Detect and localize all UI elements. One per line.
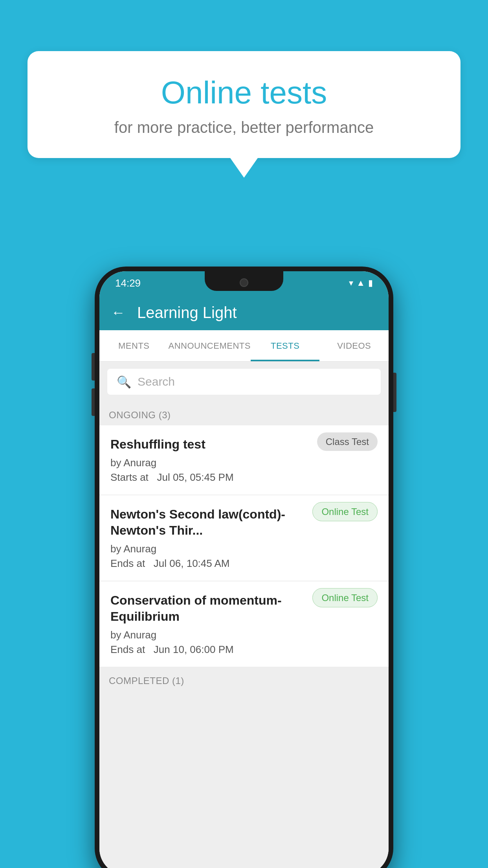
wifi-icon: ▾ [349,278,353,288]
speech-bubble: Online tests for more practice, better p… [28,51,460,158]
speech-bubble-title: Online tests [51,75,437,111]
test-card-1-title: Reshuffling test [110,436,309,453]
test-card-3-badge-container: Online Test [312,592,378,603]
test-card-2-title: Newton's Second law(contd)-Newton's Thir… [110,506,305,539]
status-icons: ▾ ▲ ▮ [349,278,373,288]
test-card-3-author: by Anurag [110,629,305,641]
test-card-1-badge-container: Class Test [317,436,378,447]
test-card-2-left: Newton's Second law(contd)-Newton's Thir… [110,506,305,570]
app-bar-title: Learning Light [137,304,237,322]
test-card-2-badge-container: Online Test [312,506,378,517]
volume-up-button[interactable] [92,353,95,381]
tab-bar: MENTS ANNOUNCEMENTS TESTS VIDEOS [99,330,389,362]
status-time: 14:29 [115,277,141,289]
test-card-2-author: by Anurag [110,543,305,555]
phone-camera [240,278,248,287]
test-card-1-left: Reshuffling test by Anurag Starts at Jul… [110,436,309,484]
speech-bubble-container: Online tests for more practice, better p… [28,51,460,178]
search-input[interactable]: Search [138,375,175,388]
test-card-2-badge: Online Test [312,502,378,521]
tab-tests[interactable]: TESTS [251,330,320,361]
search-bar[interactable]: 🔍 Search [107,369,381,395]
phone-screen: 14:29 ▾ ▲ ▮ ← Learning Light MENTS ANNOU… [99,271,389,868]
test-card-3-title: Conservation of momentum-Equilibrium [110,592,305,625]
test-card-3[interactable]: Conservation of momentum-Equilibrium by … [99,581,389,667]
ongoing-section-header: ONGOING (3) [99,402,389,425]
test-card-3-time: Ends at Jun 10, 06:00 PM [110,644,305,656]
search-icon: 🔍 [117,375,131,389]
test-card-1-time: Starts at Jul 05, 05:45 PM [110,471,309,484]
volume-down-button[interactable] [92,388,95,416]
tab-announcements[interactable]: ANNOUNCEMENTS [169,330,251,361]
tab-assignments[interactable]: MENTS [99,330,169,361]
search-container: 🔍 Search [99,362,389,402]
content-area: 🔍 Search ONGOING (3) Reshuffling test by… [99,362,389,868]
back-button[interactable]: ← [111,304,125,321]
phone-container: 14:29 ▾ ▲ ▮ ← Learning Light MENTS ANNOU… [95,267,393,868]
app-bar: ← Learning Light [99,295,389,330]
tab-videos[interactable]: VIDEOS [319,330,389,361]
speech-bubble-subtitle: for more practice, better performance [51,119,437,136]
test-card-3-left: Conservation of momentum-Equilibrium by … [110,592,305,656]
test-card-1[interactable]: Reshuffling test by Anurag Starts at Jul… [99,425,389,495]
battery-icon: ▮ [368,278,373,288]
test-card-2[interactable]: Newton's Second law(contd)-Newton's Thir… [99,495,389,581]
signal-icon: ▲ [356,278,365,288]
test-card-3-badge: Online Test [312,588,378,607]
test-card-2-time: Ends at Jul 06, 10:45 AM [110,557,305,570]
phone-frame: 14:29 ▾ ▲ ▮ ← Learning Light MENTS ANNOU… [95,267,393,868]
test-card-1-author: by Anurag [110,457,309,469]
phone-notch [205,271,283,291]
speech-bubble-tail [230,158,258,178]
test-card-1-badge: Class Test [317,432,378,451]
completed-section-header: COMPLETED (1) [99,668,389,691]
power-button[interactable] [393,373,396,412]
